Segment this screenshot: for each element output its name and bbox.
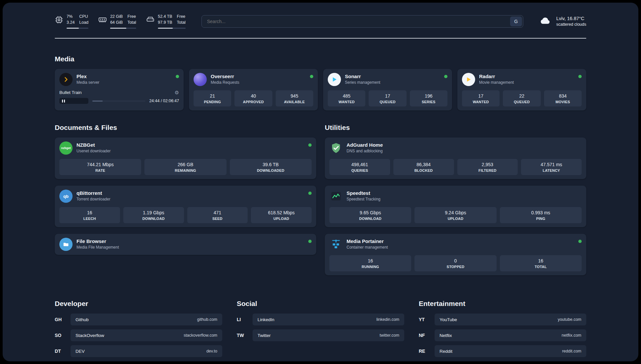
system-stats-group: 7% 3.24 CPU Load	[55, 14, 186, 29]
cpu-usage-bar	[67, 28, 88, 29]
stat-row: 17 WANTED 22 QUEUED 834 MOVIES	[462, 90, 582, 106]
stat-value: 834	[546, 93, 580, 99]
portainer-card[interactable]: Media Portainer Container management 16 …	[325, 234, 586, 275]
stat-tile: 9.65 Gbps DOWNLOAD	[329, 207, 411, 223]
stat-label: QUERIES	[331, 168, 388, 172]
search-input[interactable]	[203, 19, 510, 24]
pause-button[interactable]	[59, 98, 88, 104]
app-desc: Torrent downloader	[76, 197, 110, 201]
bookmarks-developer: Developer GH Github github.com SO StackO…	[55, 300, 222, 361]
section-title-entertainment: Entertainment	[419, 300, 586, 308]
dashboard: 7% 3.24 CPU Load	[3, 3, 638, 361]
stat-label: TOTAL	[502, 265, 580, 269]
status-online-dot	[308, 192, 312, 195]
app-meta: NZBGet Usenet downloader	[76, 141, 110, 153]
bookmark-link-github[interactable]: Github github.com	[71, 314, 222, 325]
ram-total: 64 GiB	[110, 20, 123, 26]
weather-widget: Lviv, 16.87°C scattered clouds	[538, 15, 586, 28]
ram-icon	[98, 15, 107, 24]
card-header: AdGuard Home DNS and adblocking	[329, 141, 582, 155]
adguard-card[interactable]: AdGuard Home DNS and adblocking 498,461 …	[325, 137, 586, 179]
app-name: Overseerr	[211, 74, 239, 79]
bookmark-url: linkedin.com	[377, 317, 399, 322]
stat-value: 86,384	[395, 162, 452, 167]
stat-value: 0	[416, 258, 494, 263]
stat-label: REMAINING	[146, 168, 224, 172]
bookmark-link-linkedin[interactable]: LinkedIn linkedin.com	[253, 314, 404, 325]
stat-tile: 485 WANTED	[328, 90, 365, 106]
filebrowser-card[interactable]: File Browser Media File Management	[55, 234, 316, 255]
cpu-widget: 7% 3.24 CPU Load	[55, 14, 88, 29]
bookmark-url: twitter.com	[380, 333, 399, 338]
bookmark-link-youtube[interactable]: YouTube youtube.com	[435, 314, 586, 325]
sonarr-card[interactable]: Sonarr Series management 485 WANTED 17 Q…	[323, 69, 452, 110]
stat-row: 16 RUNNING 0 STOPPED 16 TOTAL	[329, 255, 582, 271]
app-desc: DNS and adblocking	[347, 149, 383, 153]
stat-value: 17	[371, 93, 404, 99]
stat-label: QUEUED	[505, 100, 538, 104]
now-playing-title: Bullet Train	[59, 90, 82, 95]
weather-location: Lviv, 16.87°C	[556, 16, 586, 21]
stat-value: 0.993 ms	[502, 210, 580, 215]
stat-tile: 618.52 Mbps UPLOAD	[251, 207, 312, 223]
stat-label: QUEUED	[371, 100, 404, 104]
cloud-icon	[538, 15, 552, 28]
disk-total: 97.9 TB	[158, 20, 172, 26]
bookmark-link-netflix[interactable]: Netflix netflix.com	[435, 329, 586, 341]
plex-icon	[59, 73, 73, 86]
stat-tile: 16 LEECH	[59, 207, 120, 223]
disk-usage-bar	[158, 28, 186, 29]
stat-label: PENDING	[196, 100, 229, 104]
card-header: nzbget NZBGet Usenet downloader	[59, 141, 312, 155]
topbar-divider	[55, 38, 586, 39]
search-engine-button[interactable]: G	[510, 16, 522, 26]
nzbget-card[interactable]: nzbget NZBGet Usenet downloader 744.21 M…	[55, 137, 316, 179]
stat-label: DOWNLOAD	[125, 217, 182, 221]
speedtest-card[interactable]: Speedtest Speedtest Tracking 9.65 Gbps D…	[325, 186, 586, 227]
stat-value: 40	[236, 93, 270, 99]
bookmark-row: LI LinkedIn linkedin.com	[237, 314, 404, 325]
card-header: Radarr Movie management	[462, 73, 582, 86]
app-name: File Browser	[76, 238, 119, 244]
bookmark-name: YouTube	[440, 317, 457, 322]
playback-progress-bar[interactable]	[92, 101, 145, 102]
app-name: Radarr	[479, 74, 514, 79]
app-name: qBittorrent	[76, 190, 110, 196]
bookmark-url: reddit.com	[562, 349, 581, 353]
app-meta: File Browser Media File Management	[76, 238, 119, 250]
plex-now-playing: Bullet Train ⚙ 24:44 / 02:06:47	[59, 90, 179, 104]
settings-gear-icon[interactable]: ⚙	[175, 90, 179, 95]
stat-value: 21	[196, 93, 229, 99]
app-desc: Series management	[345, 80, 380, 85]
bookmark-link-reddit[interactable]: Reddit reddit.com	[435, 345, 586, 357]
bookmark-url: netflix.com	[562, 333, 581, 338]
stat-value: 22	[505, 93, 538, 99]
stat-value: 9.24 Gbps	[416, 210, 494, 215]
stat-value: 2,953	[459, 162, 516, 167]
stat-tile: 471 SEED	[187, 207, 248, 223]
radarr-card[interactable]: Radarr Movie management 17 WANTED 22 QUE…	[457, 69, 586, 110]
plex-card[interactable]: Plex Media server Bullet Train ⚙	[55, 69, 184, 110]
disk-free-label: Free	[177, 14, 185, 20]
cpu-sublabel: Load	[79, 20, 88, 26]
overseerr-card[interactable]: Overseerr Media Requests 21 PENDING 40 A…	[189, 69, 318, 110]
qbittorrent-card[interactable]: qb qBittorrent Torrent downloader 16 LEE…	[55, 186, 316, 227]
app-desc: Container management	[347, 245, 388, 250]
bookmark-name: StackOverflow	[76, 333, 104, 338]
playback-time: 24:44 / 02:06:47	[149, 99, 179, 103]
bookmark-name: Reddit	[440, 349, 452, 354]
bookmark-url: github.com	[197, 317, 217, 322]
player-bar: 24:44 / 02:06:47	[59, 98, 179, 104]
disk-icon	[146, 15, 155, 24]
nzbget-icon: nzbget	[59, 141, 73, 155]
bookmarks-entertainment: Entertainment YT YouTube youtube.com NF …	[419, 300, 586, 361]
bookmark-link-twitter[interactable]: Twitter twitter.com	[253, 329, 404, 341]
stat-value: 744.21 Mbps	[61, 162, 139, 167]
stat-tile: 266 GB REMAINING	[144, 159, 226, 175]
bookmark-link-stackoverflow[interactable]: StackOverflow stackoverflow.com	[71, 329, 222, 341]
topbar: 7% 3.24 CPU Load	[55, 14, 586, 29]
bookmark-link-dev[interactable]: DEV dev.to	[71, 345, 222, 357]
app-desc: Usenet downloader	[76, 149, 110, 153]
card-header: Overseerr Media Requests	[194, 73, 313, 86]
app-meta: Plex Media server	[76, 73, 99, 85]
